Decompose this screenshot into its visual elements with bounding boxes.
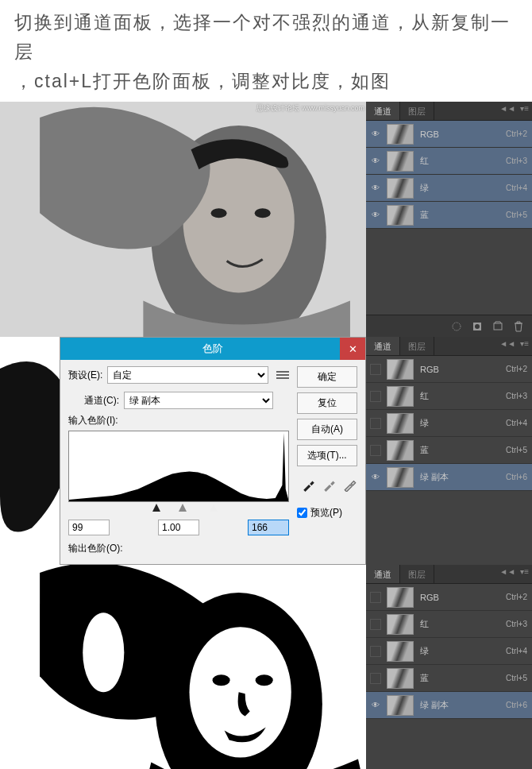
channel-row[interactable]: 蓝Ctrl+5	[366, 437, 532, 464]
channel-row[interactable]: 绿Ctrl+4	[366, 410, 532, 437]
tab-channels[interactable]: 通道	[366, 102, 400, 120]
tab-layers[interactable]: 图层	[400, 337, 434, 355]
channel-row[interactable]: 蓝Ctrl+5	[366, 202, 532, 229]
channel-shortcut: Ctrl+2	[506, 593, 527, 601]
channel-thumbnail	[387, 641, 414, 662]
channel-row[interactable]: RGBCtrl+2	[366, 356, 532, 383]
panel-menu-icon[interactable]: ▾≡	[520, 104, 529, 113]
channel-row[interactable]: 绿Ctrl+4	[366, 638, 532, 665]
preset-select[interactable]: 自定	[107, 366, 268, 384]
visibility-toggle[interactable]	[369, 365, 382, 374]
visibility-toggle[interactable]	[369, 446, 382, 455]
channel-select[interactable]: 绿 副本	[124, 392, 273, 409]
panel-menu-icon[interactable]: ▾≡	[520, 339, 529, 348]
panel-tabs: 通道图层◄◄▾≡	[366, 337, 532, 356]
channel-name: 红	[420, 618, 506, 630]
visibility-eye-icon[interactable]	[369, 701, 382, 710]
close-button[interactable]: ✕	[340, 338, 365, 360]
eyedropper-white-icon[interactable]	[343, 477, 357, 492]
close-icon: ✕	[349, 343, 357, 355]
visibility-toggle[interactable]	[369, 647, 382, 656]
load-selection-icon[interactable]	[448, 319, 465, 334]
black-point-input[interactable]	[68, 520, 110, 535]
tab-layers[interactable]: 图层	[400, 565, 434, 583]
channel-thumbnail	[387, 151, 414, 172]
histogram[interactable]	[68, 431, 289, 502]
black-point-slider[interactable]	[152, 504, 160, 512]
channel-row[interactable]: 绿 副本Ctrl+6	[366, 464, 532, 491]
ok-button[interactable]: 确定	[297, 366, 357, 388]
section-1: 思缘设计论坛 www.missyuan.com 通道图层◄◄▾≡RGBCtrl+…	[0, 102, 532, 337]
visibility-eye-icon[interactable]	[369, 129, 382, 139]
panel-tabs: 通道图层◄◄▾≡	[366, 102, 532, 121]
channel-row[interactable]: 绿 副本Ctrl+6	[366, 692, 532, 719]
channel-name: 绿	[420, 182, 506, 194]
visibility-eye-icon[interactable]	[369, 473, 382, 482]
channel-name: 绿 副本	[420, 699, 506, 711]
visibility-toggle[interactable]	[369, 620, 382, 629]
auto-button[interactable]: 自动(A)	[297, 419, 357, 440]
channels-panel-3: 通道图层◄◄▾≡RGBCtrl+2红Ctrl+3绿Ctrl+4蓝Ctrl+5绿 …	[366, 565, 532, 769]
preview-checkbox[interactable]	[297, 508, 307, 518]
midtone-slider[interactable]	[179, 504, 187, 512]
panel-menu-icon[interactable]: ▾≡	[520, 567, 529, 576]
channel-name: RGB	[420, 593, 506, 602]
svg-point-14	[256, 675, 273, 686]
panel-tabs: 通道图层◄◄▾≡	[366, 565, 532, 584]
channel-row[interactable]: RGBCtrl+2	[366, 584, 532, 611]
visibility-eye-icon[interactable]	[369, 184, 382, 193]
preset-menu-icon[interactable]	[276, 369, 289, 381]
visibility-toggle[interactable]	[369, 674, 382, 683]
input-sliders[interactable]	[68, 504, 289, 515]
instruction-text: 切换到通道面板，选择一个对不强烈的通道，从新复制一层 ，ctal+L打开色阶面板…	[0, 0, 532, 102]
preview-checkbox-row[interactable]: 预览(P)	[297, 506, 357, 520]
white-point-slider[interactable]	[210, 504, 218, 512]
tab-layers[interactable]: 图层	[400, 102, 434, 120]
reset-button[interactable]: 复位	[297, 392, 357, 414]
collapse-icon[interactable]: ◄◄	[499, 567, 515, 576]
channel-row[interactable]: 红Ctrl+3	[366, 611, 532, 638]
channel-row[interactable]: 红Ctrl+3	[366, 148, 532, 175]
instruction-line1: 切换到通道面板，选择一个对不强烈的通道，从新复制一层	[14, 12, 511, 62]
levels-dialog: 色阶 ✕ 预设(E): 自定 通道(C): 绿 副本 输入色阶(I):	[60, 337, 366, 565]
channel-name: RGB	[420, 365, 506, 374]
svg-rect-8	[494, 323, 502, 330]
options-button[interactable]: 选项(T)...	[297, 445, 357, 466]
white-point-input[interactable]	[248, 520, 289, 535]
channel-thumbnail	[387, 467, 414, 488]
gamma-input[interactable]	[158, 520, 199, 535]
levels-area: 色阶 ✕ 预设(E): 自定 通道(C): 绿 副本 输入色阶(I):	[0, 337, 366, 565]
new-channel-icon[interactable]	[489, 319, 507, 334]
channel-row[interactable]: 红Ctrl+3	[366, 383, 532, 410]
channel-name: RGB	[420, 129, 506, 139]
svg-point-7	[475, 324, 480, 329]
levels-title-bar[interactable]: 色阶 ✕	[60, 338, 365, 360]
channel-shortcut: Ctrl+3	[506, 157, 527, 165]
channel-shortcut: Ctrl+5	[506, 446, 527, 454]
channel-thumbnail	[387, 587, 414, 608]
svg-point-13	[213, 675, 230, 686]
visibility-eye-icon[interactable]	[369, 157, 382, 166]
panel-footer	[366, 315, 532, 337]
eyedropper-black-icon[interactable]	[302, 477, 316, 492]
save-selection-icon[interactable]	[468, 319, 486, 334]
channel-shortcut: Ctrl+4	[506, 647, 527, 655]
channel-thumbnail	[387, 440, 414, 461]
visibility-toggle[interactable]	[369, 392, 382, 401]
svg-point-3	[211, 209, 227, 218]
channel-shortcut: Ctrl+6	[506, 701, 527, 709]
delete-channel-icon[interactable]	[510, 319, 527, 334]
tab-channels[interactable]: 通道	[366, 565, 400, 583]
visibility-eye-icon[interactable]	[369, 211, 382, 220]
channel-row[interactable]: 蓝Ctrl+5	[366, 665, 532, 692]
collapse-icon[interactable]: ◄◄	[499, 104, 515, 113]
svg-point-5	[453, 323, 461, 330]
visibility-toggle[interactable]	[369, 419, 382, 428]
collapse-icon[interactable]: ◄◄	[499, 339, 515, 348]
channel-row[interactable]: 绿Ctrl+4	[366, 175, 532, 202]
visibility-toggle[interactable]	[369, 593, 382, 602]
eyedropper-gray-icon[interactable]	[322, 477, 337, 492]
tab-channels[interactable]: 通道	[366, 337, 400, 355]
channel-shortcut: Ctrl+4	[506, 184, 527, 192]
channel-row[interactable]: RGBCtrl+2	[366, 121, 532, 148]
